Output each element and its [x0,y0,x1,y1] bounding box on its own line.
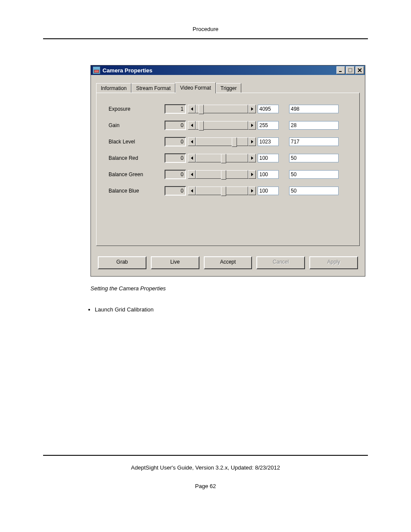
balance-blue-increment[interactable] [248,187,256,195]
max-gain: 255 [258,121,279,130]
label-balance-red: Balance Red [109,155,165,161]
triangle-right-icon [251,173,253,176]
list-item: Launch Grid Calibration [95,306,368,313]
maximize-button [346,66,355,74]
black-level-slider[interactable] [196,137,248,146]
balance-green-increment[interactable] [248,170,256,179]
close-button[interactable] [355,66,364,74]
triangle-left-icon [191,124,193,127]
value-balance-green[interactable]: 50 [289,170,339,179]
value-black-level[interactable]: 717 [289,137,339,146]
figure-caption: Setting the Camera Properties [90,285,368,292]
cancel-button: Cancel [256,256,305,269]
value-exposure[interactable]: 498 [289,105,339,113]
tab-trigger[interactable]: Trigger [216,83,242,93]
page-header-title: Procedure [43,26,368,39]
balance-red-slider-thumb[interactable] [221,154,226,163]
row-balance-red: Balance Red 0 100 50 [109,153,351,163]
titlebar: Camera Properties [91,65,365,75]
footer-line: AdeptSight User's Guide, Version 3.2.x, … [43,455,368,471]
tab-panel-video-format: Exposure 1 4095 498 Gain 0 255 28 [96,93,360,246]
balance-green-slider[interactable] [196,170,248,179]
row-gain: Gain 0 255 28 [109,121,351,130]
tab-video-format[interactable]: Video Format [175,82,216,93]
triangle-left-icon [191,140,193,143]
balance-green-slider-thumb[interactable] [221,170,226,180]
triangle-right-icon [251,140,253,143]
triangle-right-icon [251,124,253,127]
tab-information[interactable]: Information [96,83,131,93]
triangle-left-icon [191,156,193,160]
page: Procedure Camera Properties Information … [0,0,411,532]
exposure-increment[interactable] [248,105,256,113]
black-level-slider-thumb[interactable] [232,137,237,147]
grab-button[interactable]: Grab [98,256,146,269]
gain-increment[interactable] [248,121,256,130]
camera-properties-dialog: Camera Properties Information Stream For… [90,65,365,277]
exposure-decrement[interactable] [188,105,196,113]
exposure-slider-thumb[interactable] [199,105,204,114]
balance-red-decrement[interactable] [188,154,196,162]
min-balance-red: 0 [165,153,186,163]
minimize-button[interactable] [336,66,345,74]
max-black-level: 1023 [258,137,279,146]
tab-stream-format[interactable]: Stream Format [131,83,175,93]
row-exposure: Exposure 1 4095 498 [109,104,351,114]
svg-rect-0 [339,71,342,72]
max-exposure: 4095 [258,105,279,113]
gain-slider-thumb[interactable] [199,121,204,131]
min-balance-green: 0 [165,170,186,179]
gain-decrement[interactable] [188,121,196,130]
page-number: Page 62 [43,483,368,489]
balance-green-decrement[interactable] [188,170,196,179]
exposure-slider[interactable] [196,105,248,113]
min-black-level: 0 [165,137,186,146]
min-exposure: 1 [165,104,186,114]
balance-blue-slider[interactable] [196,187,248,195]
triangle-right-icon [251,189,253,193]
balance-red-slider[interactable] [196,154,248,162]
value-balance-blue[interactable]: 50 [289,187,339,195]
triangle-right-icon [251,107,253,111]
max-balance-blue: 100 [258,187,279,195]
triangle-left-icon [191,107,193,111]
app-icon [93,66,100,74]
label-balance-green: Balance Green [109,171,165,177]
triangle-left-icon [191,173,193,176]
triangle-right-icon [251,156,253,160]
row-balance-blue: Balance Blue 0 100 50 [109,186,351,196]
bullet-list: Launch Grid Calibration [78,306,368,313]
dialog-button-row: Grab Live Accept Cancel Apply [91,250,365,276]
label-gain: Gain [109,122,165,128]
triangle-left-icon [191,189,193,193]
label-balance-blue: Balance Blue [109,188,165,194]
apply-button: Apply [309,256,358,269]
label-exposure: Exposure [109,106,165,112]
gain-slider[interactable] [196,121,248,130]
black-level-increment[interactable] [248,137,256,146]
min-balance-blue: 0 [165,186,186,196]
tabs: Information Stream Format Video Format T… [96,82,360,93]
label-black-level: Black Level [109,139,165,145]
row-balance-green: Balance Green 0 100 50 [109,170,351,179]
min-gain: 0 [165,121,186,130]
black-level-decrement[interactable] [188,137,196,146]
dialog-title: Camera Properties [103,67,336,74]
accept-button[interactable]: Accept [204,256,252,269]
row-black-level: Black Level 0 1023 717 [109,137,351,146]
balance-blue-slider-thumb[interactable] [221,187,226,196]
svg-rect-1 [349,68,352,72]
dialog-body: Information Stream Format Video Format T… [91,75,365,250]
value-balance-red[interactable]: 50 [289,154,339,162]
window-buttons [336,66,364,74]
balance-red-increment[interactable] [248,154,256,162]
max-balance-green: 100 [258,170,279,179]
live-button[interactable]: Live [151,256,199,269]
max-balance-red: 100 [258,154,279,162]
balance-blue-decrement[interactable] [188,187,196,195]
value-gain[interactable]: 28 [289,121,339,130]
